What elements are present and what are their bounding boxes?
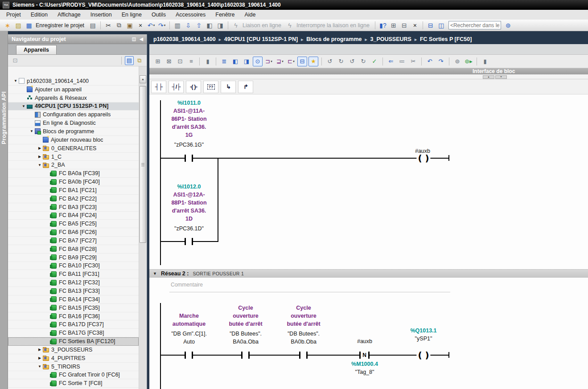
tree-item[interactable]: ▼5_TIROIRS bbox=[8, 363, 139, 371]
details-view-icon[interactable]: ▤ bbox=[125, 56, 134, 65]
expand-arrow-icon[interactable]: ▼ bbox=[12, 79, 19, 83]
task-card-rail[interactable]: Programmation API bbox=[0, 31, 8, 389]
contact-no[interactable] bbox=[185, 155, 193, 162]
comments-display-icon[interactable]: ⊙ bbox=[253, 57, 263, 66]
data-retention-icon[interactable]: ▮ bbox=[480, 57, 490, 66]
insert-row-icon[interactable]: ⊡ bbox=[175, 57, 185, 66]
symbol-info-toggle-icon[interactable]: ⊟ bbox=[297, 57, 307, 66]
expand-arrow-icon[interactable]: ▼ bbox=[37, 364, 43, 369]
menu-fen-tre[interactable]: Fenêtre bbox=[210, 11, 239, 19]
simulation-window-icon[interactable]: ⊟ bbox=[399, 20, 409, 30]
update-interface-icon[interactable]: ↻ bbox=[336, 57, 346, 66]
redo-icon[interactable]: ↷▾ bbox=[157, 20, 167, 30]
update-block-calls-icon[interactable]: ↺ bbox=[325, 57, 335, 66]
breadcrumb-item[interactable]: Blocs de programme bbox=[306, 36, 362, 42]
upload-from-device-icon[interactable]: ⇧ bbox=[194, 20, 204, 30]
operand-label[interactable]: %Q1013.1 "ySP1" bbox=[390, 327, 457, 343]
cross-reference-icon[interactable]: × bbox=[410, 20, 420, 30]
keep-actual-values-icon[interactable]: ▮ bbox=[203, 57, 213, 66]
undo-icon[interactable]: ↶▾ bbox=[146, 20, 156, 30]
tree-item[interactable]: FC BA9 [FC29] bbox=[8, 254, 139, 262]
insert-branch-icon[interactable]: ≡ bbox=[186, 57, 196, 66]
scrollbar-thumb[interactable] bbox=[140, 86, 146, 243]
menu-accessoires[interactable]: Accessoires bbox=[171, 11, 210, 19]
cut-icon[interactable]: ✂ bbox=[103, 20, 113, 30]
menu-insertion[interactable]: Insertion bbox=[86, 11, 117, 19]
add-folder-icon[interactable]: ⊡ bbox=[11, 56, 20, 65]
scroll-up-icon[interactable]: ▲ bbox=[140, 75, 146, 83]
tree-scrollbar[interactable]: ▲ bbox=[139, 66, 147, 389]
breadcrumb-item[interactable]: 49CPU1 [CPU 1512SP-1 PN] bbox=[224, 36, 298, 42]
go-offline-icon[interactable]: ϟ bbox=[285, 20, 295, 30]
tree-item[interactable]: FC BA4 [FC24] bbox=[8, 212, 139, 220]
sync-interface-save-icon[interactable]: ↻ bbox=[358, 57, 368, 66]
tree-item[interactable]: Ajouter nouveau bloc bbox=[8, 136, 139, 144]
goto-definition-icon[interactable]: ≔ bbox=[397, 57, 407, 66]
expand-arrow-icon[interactable]: ▶ bbox=[37, 155, 43, 159]
tree-item[interactable]: ▶4_PUPITRES bbox=[8, 354, 139, 363]
network-comment-placeholder[interactable]: Commentaire bbox=[171, 282, 203, 288]
network-header[interactable]: ▼ Réseau 2 : SORTIE POUSSEUR 1 bbox=[149, 269, 588, 278]
export-view-icon[interactable]: ⧉ bbox=[135, 56, 144, 65]
splitter-up-icon[interactable]: ▲ bbox=[483, 75, 494, 79]
tree-item[interactable]: FC BA10 [FC30] bbox=[8, 262, 139, 270]
split-vertical-icon[interactable]: ◫ bbox=[436, 20, 446, 30]
tree-item[interactable]: FC BA17G [FC38] bbox=[8, 329, 139, 337]
search-input[interactable] bbox=[448, 21, 501, 29]
copy-icon[interactable]: ⧉ bbox=[114, 20, 124, 30]
tree-item[interactable]: FC BA6 [FC26] bbox=[8, 228, 139, 237]
tree-item[interactable]: FC BA15 [FC35] bbox=[8, 304, 139, 312]
tree-item[interactable]: FC BA8 [FC28] bbox=[8, 245, 139, 254]
tree-item[interactable]: ▼49CPU1 [CPU 1512SP-1 PN] bbox=[8, 102, 139, 111]
tree-item[interactable]: FC BA11 [FC31] bbox=[8, 270, 139, 278]
contact-no[interactable] bbox=[185, 352, 193, 359]
coil-button[interactable]: -( )- bbox=[186, 81, 201, 93]
tree-item[interactable]: FC BA1 [FC21] bbox=[8, 186, 139, 195]
tree-item[interactable]: Configuration des appareils bbox=[8, 111, 139, 119]
expand-operands-icon[interactable]: ⊐▾ bbox=[264, 57, 274, 66]
open-branch-button[interactable]: ↳ bbox=[221, 81, 236, 93]
menu-projet[interactable]: Projet bbox=[1, 11, 26, 19]
tree-item[interactable]: ▶3_POUSSEURS bbox=[8, 346, 139, 354]
operand-label[interactable]: Cycle ouverture butée d'arrêt "DB Butees… bbox=[270, 304, 337, 346]
collapse-panel-icon[interactable]: ◀ bbox=[140, 37, 143, 41]
contact-no[interactable] bbox=[299, 352, 308, 359]
previous-error-icon[interactable]: ⇐ bbox=[386, 57, 396, 66]
expand-arrow-icon[interactable]: ▶ bbox=[37, 146, 43, 150]
menu-edition[interactable]: Edition bbox=[26, 11, 53, 19]
consistency-check-icon[interactable]: ✓ bbox=[370, 57, 379, 66]
expand-arrow-icon[interactable]: ▶ bbox=[37, 356, 43, 360]
menu-outils[interactable]: Outils bbox=[147, 11, 171, 19]
test-glasses-icon[interactable]: ⊚▸ bbox=[464, 57, 473, 66]
delete-network-icon[interactable]: ⊠ bbox=[164, 57, 174, 66]
tree-item[interactable]: ▼p1602038_190614_1400 bbox=[8, 77, 139, 86]
operand-label[interactable]: %I1011.0 ASI1-@11A- 86P1- Station d'arrê… bbox=[156, 99, 222, 149]
tree-item[interactable]: FC BA17D [FC37] bbox=[8, 320, 139, 329]
insert-network-icon[interactable]: ⊞ bbox=[153, 57, 163, 66]
cleanup-icon[interactable]: ✂ bbox=[408, 57, 418, 66]
menu-aide[interactable]: Aide bbox=[239, 11, 260, 19]
operand-label[interactable]: #auxb bbox=[331, 337, 398, 345]
breadcrumb-item[interactable]: 3_POUSSEURS bbox=[370, 36, 411, 42]
monitoring-icon[interactable]: ⊚ bbox=[452, 57, 462, 66]
menu-affichage[interactable]: Affichage bbox=[53, 11, 86, 19]
start-simulation-icon[interactable]: ⊞ bbox=[389, 20, 399, 30]
absolute-operands-icon[interactable]: ≣ bbox=[219, 57, 229, 66]
accessible-devices-icon[interactable]: ▮? bbox=[378, 20, 388, 30]
collapse-operands-icon[interactable]: ⊏▾ bbox=[286, 57, 296, 66]
tree-item[interactable]: FC BA14 [FC34] bbox=[8, 295, 139, 304]
compile-icon[interactable]: ▥ bbox=[173, 20, 182, 30]
save-project-label[interactable]: Enregistrer le projet bbox=[36, 22, 84, 29]
download-to-device-icon[interactable]: ⇩ bbox=[183, 20, 193, 30]
tree-item[interactable]: ▼2_BA bbox=[8, 161, 139, 169]
collapse-network-icon[interactable]: ▼ bbox=[153, 271, 157, 276]
tree-item[interactable]: FC BA13 [FC33] bbox=[8, 287, 139, 295]
contact-n-edge[interactable]: N bbox=[359, 352, 370, 359]
start-cpu-icon[interactable]: ◧ bbox=[205, 20, 214, 30]
go-offline-label[interactable]: Interrompre la liaison en ligne bbox=[296, 22, 370, 29]
tree-item[interactable]: FC BA12 [FC32] bbox=[8, 278, 139, 287]
contact-no[interactable] bbox=[185, 238, 193, 245]
split-horizontal-icon[interactable]: ⊟ bbox=[426, 20, 436, 30]
paste-icon[interactable]: ▣ bbox=[125, 20, 135, 30]
expand-comments-icon[interactable]: ⊒▾ bbox=[275, 57, 285, 66]
